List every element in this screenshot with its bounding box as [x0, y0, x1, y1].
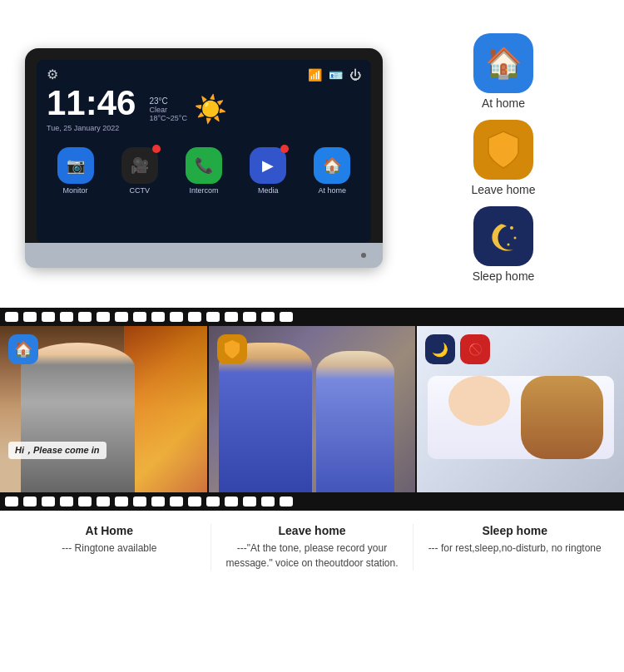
film-hole [78, 497, 92, 506]
at-home-frame-icon: 🏠 [8, 334, 38, 364]
shield-small-svg [223, 339, 241, 359]
top-right-icons: 📶 🪪 ⏻ [308, 68, 361, 82]
leave-home-caption-title: Leave home [218, 524, 407, 537]
app-item-athome[interactable]: 🏠 At home [314, 147, 350, 195]
sleep-home-frame: 🌙 🚫 [417, 326, 624, 492]
film-hole [261, 312, 275, 322]
caption-col-at-home: At Home --- Ringtone available [8, 524, 211, 571]
device-bottom-strip [25, 243, 383, 268]
weather-row: 23°C Clear 18°C~25°C ☀️ [149, 86, 226, 132]
card-icon: 🪪 [329, 68, 343, 82]
leave-home-caption-desc: ---"At the tone, please record your mess… [218, 541, 407, 571]
screen-top-bar: ⚙ 📶 🪪 ⏻ [37, 60, 371, 86]
at-home-caption-title: At Home [15, 524, 204, 537]
device-wrapper: ⚙ 📶 🪪 ⏻ 11:46 Tue, 25 January 2022 [25, 48, 383, 268]
svg-point-2 [514, 237, 517, 240]
film-hole [243, 312, 256, 322]
sun-icon: ☀️ [194, 93, 227, 125]
film-hole [23, 312, 37, 322]
svg-point-3 [508, 244, 510, 246]
leave-home-mode[interactable]: Leave home [471, 120, 535, 196]
film-hole [115, 497, 128, 506]
film-hole [206, 312, 220, 322]
captions-section: At Home --- Ringtone available Leave hom… [0, 511, 624, 579]
film-strip-bottom [0, 492, 624, 511]
shield-svg [485, 130, 522, 170]
svg-point-1 [510, 226, 513, 230]
film-hole [42, 497, 55, 506]
monitor-icon: 📷 [57, 147, 94, 184]
no-disturb-icon: 🚫 [460, 334, 490, 364]
film-hole [225, 497, 238, 506]
film-hole [261, 497, 275, 506]
film-hole [23, 497, 37, 506]
wifi-icon: 📶 [308, 68, 322, 82]
sleep-home-caption-title: Sleep home [420, 524, 609, 537]
date-display: Tue, 25 January 2022 [47, 124, 136, 132]
screen: ⚙ 📶 🪪 ⏻ 11:46 Tue, 25 January 2022 [37, 60, 371, 243]
app-item-monitor[interactable]: 📷 Monitor [57, 147, 94, 195]
film-hole [280, 497, 293, 506]
cctv-label: CCTV [130, 186, 151, 195]
film-hole [5, 497, 18, 506]
film-hole [115, 312, 128, 322]
at-home-frame: 🏠 Hi，Please come in [0, 326, 207, 492]
main-container: ⚙ 📶 🪪 ⏻ 11:46 Tue, 25 January 2022 [0, 0, 624, 579]
athome-label: At home [319, 186, 347, 195]
film-strip-top [0, 308, 624, 326]
moon-svg [482, 215, 525, 258]
film-hole [170, 497, 183, 506]
film-hole [170, 312, 183, 322]
film-hole [42, 312, 55, 322]
sleep-home-caption-desc: --- for rest,sleep,no-disturb, no ringto… [420, 541, 609, 556]
film-hole [151, 497, 165, 506]
film-hole [280, 312, 293, 322]
film-hole [97, 312, 110, 322]
at-home-caption-desc: --- Ringtone available [15, 541, 204, 556]
film-hole [133, 497, 146, 506]
screen-content: 11:46 Tue, 25 January 2022 23°C Clear 18… [37, 86, 371, 139]
intercom-label: Intercom [189, 186, 218, 195]
cctv-badge [152, 145, 161, 153]
cctv-icon: 🎥 [121, 147, 158, 184]
app-item-intercom[interactable]: 📞 Intercom [186, 147, 222, 195]
film-hole [5, 312, 18, 322]
app-item-cctv[interactable]: 🎥 CCTV [121, 147, 158, 195]
film-hole [188, 312, 201, 322]
time-display: 11:46 [47, 86, 136, 121]
app-icons: 📷 Monitor 🎥 CCTV [37, 139, 371, 200]
film-hole [78, 312, 92, 322]
sleep-home-mode[interactable]: Sleep home [473, 206, 535, 283]
intercom-icon: 📞 [186, 147, 222, 184]
monitor-label: Monitor [63, 186, 88, 195]
icons-panel: 🏠 At home Leave home [399, 25, 607, 291]
film-hole [133, 312, 146, 322]
film-section: 🏠 Hi，Please come in [0, 308, 624, 511]
film-hole [60, 312, 73, 322]
media-label: Media [258, 186, 279, 195]
time-block: 11:46 Tue, 25 January 2022 [47, 86, 136, 132]
film-hole [243, 497, 256, 506]
power-icon: ⏻ [349, 68, 361, 82]
leave-home-frame-icon [217, 334, 247, 364]
at-home-mode[interactable]: 🏠 At home [473, 33, 533, 110]
leave-home-label: Leave home [471, 183, 535, 196]
weather-block: 23°C Clear 18°C~25°C [149, 96, 186, 122]
app-item-media[interactable]: ▶ Media [250, 147, 286, 195]
speech-bubble: Hi，Please come in [8, 442, 106, 459]
at-home-label: At home [482, 96, 525, 110]
film-hole [60, 497, 73, 506]
dot-indicator [361, 253, 366, 258]
caption-col-leave-home: Leave home ---"At the tone, please recor… [211, 524, 414, 571]
leave-home-frame [209, 326, 416, 492]
top-section: ⚙ 📶 🪪 ⏻ 11:46 Tue, 25 January 2022 [0, 0, 624, 308]
caption-col-sleep-home: Sleep home --- for rest,sleep,no-disturb… [414, 524, 616, 571]
film-hole [206, 497, 220, 506]
device: ⚙ 📶 🪪 ⏻ 11:46 Tue, 25 January 2022 [25, 48, 383, 268]
leave-home-icon [473, 120, 533, 180]
at-home-icon: 🏠 [473, 33, 533, 93]
media-icon: ▶ [250, 147, 286, 184]
weather-temp: 23°C [149, 96, 167, 106]
film-images: 🏠 Hi，Please come in [0, 326, 624, 492]
sleep-home-icon [473, 206, 533, 266]
